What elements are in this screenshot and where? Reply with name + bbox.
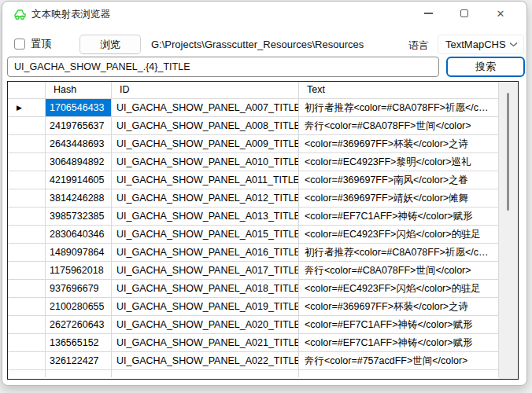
cell-text[interactable]: 初行者推荐<color=#C8A078FF>祈愿</c…	[299, 99, 499, 117]
cell-hash[interactable]: 937696679	[46, 280, 112, 298]
cell-hash[interactable]: 2830640346	[46, 226, 112, 244]
cell-id[interactable]: UI_GACHA_SHOW_PANEL_A017_TITLE	[112, 262, 299, 280]
cell-id[interactable]: UI_GACHA_SHOW_PANEL_A012_TITLE	[112, 189, 299, 208]
cell-hash[interactable]: 136565152	[46, 334, 112, 352]
cell-hash[interactable]: 3814246288	[46, 189, 112, 208]
cell-text[interactable]	[299, 370, 499, 377]
search-button[interactable]: 搜索	[446, 57, 525, 77]
cell-id[interactable]: UI_GACHA_SHOW_PANEL_A022_TITLE	[112, 352, 299, 370]
row-header-cell[interactable]	[8, 316, 46, 334]
row-header-cell[interactable]	[8, 171, 46, 189]
cell-text[interactable]: <color=#369697FF>南风</color>之眷	[299, 171, 499, 189]
table-row[interactable]: 1489097864 UI_GACHA_SHOW_PANEL_A016_TITL…	[8, 244, 518, 262]
cell-hash[interactable]: 2419765637	[46, 117, 112, 135]
row-header-cell[interactable]	[8, 244, 46, 262]
row-header-cell[interactable]	[8, 153, 46, 171]
row-header-cell[interactable]	[8, 208, 46, 226]
table-row[interactable]: 937696679 UI_GACHA_SHOW_PANEL_A018_TITLE…	[8, 280, 518, 298]
cell-text[interactable]: <color=#EF7C1AFF>神铸</color>赋形	[299, 208, 499, 226]
cell-id[interactable]: UI_GACHA_SHOW_PANEL_A013_TITLE	[112, 208, 299, 226]
table-row[interactable]: 326122427 UI_GACHA_SHOW_PANEL_A022_TITLE…	[8, 352, 518, 370]
cell-id[interactable]: UI_GACHA_SHOW_PANEL_A009_TITLE	[112, 135, 299, 153]
grid-corner-cell[interactable]	[8, 82, 46, 99]
row-header-cell[interactable]	[8, 135, 46, 153]
language-label: 语言	[408, 39, 429, 53]
cell-hash[interactable]: 1489097864	[46, 244, 112, 262]
table-row[interactable]: ▶ 1706546433 UI_GACHA_SHOW_PANEL_A007_TI…	[8, 99, 518, 117]
table-row[interactable]: 3985732385 UI_GACHA_SHOW_PANEL_A013_TITL…	[8, 208, 518, 226]
cell-hash[interactable]: 2100280655	[46, 298, 112, 316]
cell-id[interactable]: UI_GACHA_SHOW_PANEL_A021_TITLE	[112, 334, 299, 352]
table-row[interactable]	[8, 370, 518, 377]
cell-hash[interactable]: 326122427	[46, 352, 112, 370]
cell-hash[interactable]: 3985732385	[46, 208, 112, 226]
window-title: 文本映射表浏览器	[31, 8, 110, 21]
minimize-button[interactable]	[410, 2, 446, 25]
table-row[interactable]: 2419765637 UI_GACHA_SHOW_PANEL_A008_TITL…	[8, 117, 518, 135]
cell-hash[interactable]: 1706546433	[46, 99, 112, 117]
cell-hash[interactable]: 2643448693	[46, 135, 112, 153]
cell-text[interactable]: 初行者推荐<color=#C8A078FF>祈愿</c…	[299, 244, 499, 262]
column-header-hash[interactable]: Hash	[46, 82, 112, 99]
table-row[interactable]: 2830640346 UI_GACHA_SHOW_PANEL_A015_TITL…	[8, 226, 518, 244]
table-row[interactable]: 2627260643 UI_GACHA_SHOW_PANEL_A020_TITL…	[8, 316, 518, 334]
cell-hash[interactable]: 1175962018	[46, 262, 112, 280]
language-select[interactable]: TextMapCHS	[438, 35, 524, 54]
column-header-id[interactable]: ID	[112, 82, 299, 99]
cell-text[interactable]: <color=#EF7C1AFF>神铸</color>赋形	[299, 334, 499, 352]
cell-text[interactable]: <color=#369697FF>杯装</color>之诗	[299, 298, 499, 316]
cell-id[interactable]: UI_GACHA_SHOW_PANEL_A018_TITLE	[112, 280, 299, 298]
row-header-cell[interactable]	[8, 226, 46, 244]
row-header-cell[interactable]	[8, 334, 46, 352]
cell-text[interactable]: <color=#369697FF>杯装</color>之诗	[299, 135, 499, 153]
cell-hash[interactable]: 2627260643	[46, 316, 112, 334]
row-header-cell[interactable]: ▶	[8, 99, 46, 117]
cell-hash[interactable]	[46, 370, 112, 377]
close-icon: ✕	[497, 9, 505, 19]
cell-id[interactable]: UI_GACHA_SHOW_PANEL_A020_TITLE	[112, 316, 299, 334]
column-header-text[interactable]: Text	[299, 82, 499, 99]
table-row[interactable]: 136565152 UI_GACHA_SHOW_PANEL_A021_TITLE…	[8, 334, 518, 352]
cell-id[interactable]	[112, 370, 299, 377]
row-header-cell[interactable]	[8, 298, 46, 316]
cell-hash[interactable]: 4219914605	[46, 171, 112, 189]
cell-text[interactable]: <color=#369697FF>靖妖</color>傩舞	[299, 189, 499, 208]
cell-text[interactable]: <color=#EC4923FF>闪焰</color>的驻足	[299, 226, 499, 244]
table-row[interactable]: 2100280655 UI_GACHA_SHOW_PANEL_A019_TITL…	[8, 298, 518, 316]
row-header-cell[interactable]	[8, 262, 46, 280]
cell-id[interactable]: UI_GACHA_SHOW_PANEL_A010_TITLE	[112, 153, 299, 171]
cell-id[interactable]: UI_GACHA_SHOW_PANEL_A015_TITLE	[112, 226, 299, 244]
table-row[interactable]: 2643448693 UI_GACHA_SHOW_PANEL_A009_TITL…	[8, 135, 518, 153]
search-input[interactable]	[7, 57, 439, 77]
browse-button[interactable]: 浏览	[79, 35, 141, 54]
vertical-scrollbar[interactable]	[499, 82, 518, 379]
scrollbar-thumb[interactable]	[507, 93, 509, 211]
maximize-icon	[460, 9, 468, 17]
cell-text[interactable]: <color=#EC4923FF>闪焰</color>的驻足	[299, 280, 499, 298]
cell-text[interactable]: <color=#EC4923FF>黎明</color>巡礼	[299, 153, 499, 171]
table-row[interactable]: 3814246288 UI_GACHA_SHOW_PANEL_A012_TITL…	[8, 189, 518, 208]
cell-id[interactable]: UI_GACHA_SHOW_PANEL_A011_TITLE	[112, 171, 299, 189]
close-button[interactable]: ✕	[482, 2, 519, 25]
row-header-cell[interactable]	[8, 370, 46, 377]
pin-checkbox[interactable]: 置顶	[14, 37, 51, 51]
table-row[interactable]: 1175962018 UI_GACHA_SHOW_PANEL_A017_TITL…	[8, 262, 518, 280]
row-header-cell[interactable]	[8, 117, 46, 135]
cell-text[interactable]: 奔行<color=#C8A078FF>世间</color>	[299, 262, 499, 280]
maximize-button[interactable]	[446, 2, 482, 25]
cell-id[interactable]: UI_GACHA_SHOW_PANEL_A016_TITLE	[112, 244, 299, 262]
table-row[interactable]: 4219914605 UI_GACHA_SHOW_PANEL_A011_TITL…	[8, 171, 518, 189]
table-row[interactable]: 3064894892 UI_GACHA_SHOW_PANEL_A010_TITL…	[8, 153, 518, 171]
cell-id[interactable]: UI_GACHA_SHOW_PANEL_A007_TITLE	[112, 99, 299, 117]
cell-text[interactable]: 奔行<color=#757acdFF>世间</color>	[299, 352, 499, 370]
cell-text[interactable]: <color=#EF7C1AFF>神铸</color>赋形	[299, 316, 499, 334]
row-header-cell[interactable]	[8, 189, 46, 208]
row-header-cell[interactable]	[8, 352, 46, 370]
row-header-cell[interactable]	[8, 280, 46, 298]
app-window: 文本映射表浏览器 ✕ 置顶 浏览 G:\Projects\Grasscutter…	[2, 1, 527, 386]
checkbox-box-icon	[14, 39, 25, 50]
cell-id[interactable]: UI_GACHA_SHOW_PANEL_A008_TITLE	[112, 117, 299, 135]
cell-hash[interactable]: 3064894892	[46, 153, 112, 171]
cell-id[interactable]: UI_GACHA_SHOW_PANEL_A019_TITLE	[112, 298, 299, 316]
cell-text[interactable]: 奔行<color=#C8A078FF>世间</color>	[299, 117, 499, 135]
